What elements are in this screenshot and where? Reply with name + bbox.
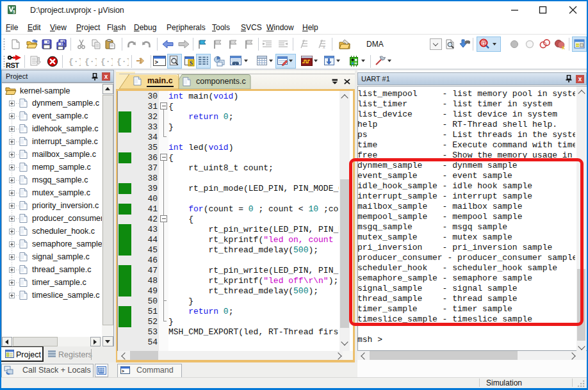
svg-text:x: x xyxy=(562,44,565,50)
svg-text:x: x xyxy=(323,45,325,49)
svg-text:{·}: {·} xyxy=(117,57,129,67)
svg-text:5: 5 xyxy=(13,10,15,14)
svg-text:RST: RST xyxy=(6,61,19,69)
svg-text:{·}: {·} xyxy=(69,57,81,67)
svg-text:@: @ xyxy=(480,40,487,47)
svg-text:{·}: {·} xyxy=(101,57,113,67)
svg-text:{·}: {·} xyxy=(85,57,97,67)
svg-text:>: > xyxy=(155,60,158,66)
svg-text:S: S xyxy=(190,60,193,67)
svg-text:>: > xyxy=(122,369,125,374)
